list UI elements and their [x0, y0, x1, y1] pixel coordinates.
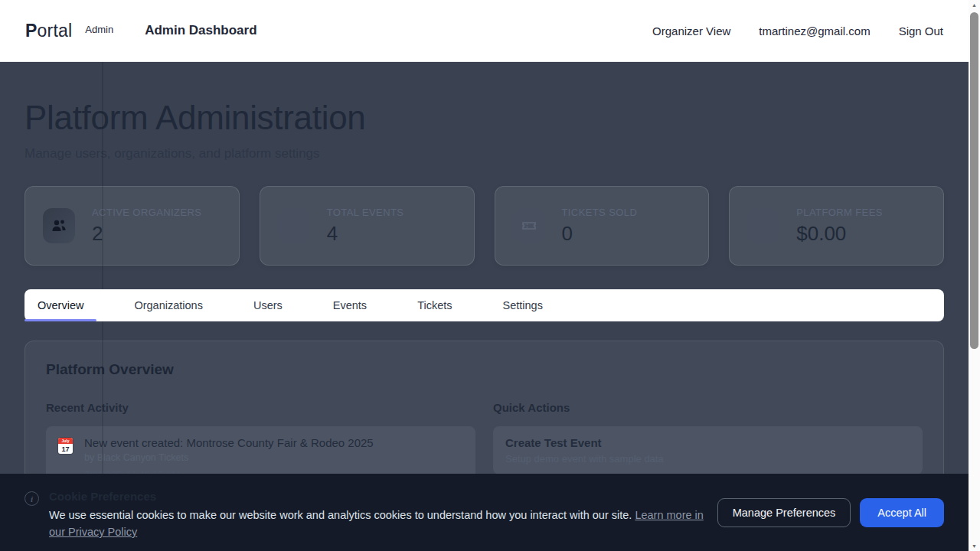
tab-settings[interactable]: Settings — [490, 289, 556, 321]
stat-label: TOTAL EVENTS — [327, 207, 404, 218]
calendar-icon: July 17 — [58, 438, 73, 454]
tab-events[interactable]: Events — [320, 289, 380, 321]
stat-label: TICKETS SOLD — [562, 207, 638, 218]
blank-tile-icon — [278, 208, 310, 243]
stat-card-active-organizers: ACTIVE ORGANIZERS 2 — [24, 186, 240, 266]
activity-byline: by Black Canyon Tickets — [84, 452, 374, 463]
create-test-event-action[interactable]: Create Test Event Setup demo event with … — [493, 426, 923, 474]
stat-card-tickets-sold: TICKETS SOLD 0 — [495, 186, 710, 266]
people-group-icon — [43, 208, 75, 243]
recent-activity-heading: Recent Activity — [46, 401, 475, 414]
top-header: Portal Admin Admin Dashboard Organizer V… — [0, 0, 969, 62]
activity-title: New event created: Montrose County Fair … — [84, 436, 374, 449]
page: Portal Admin Admin Dashboard Organizer V… — [0, 0, 969, 551]
hero-subtitle: Manage users, organizations, and platfor… — [24, 146, 944, 161]
hero-title: Platform Administration — [24, 99, 944, 137]
cookie-consent-banner: i Cookie Preferences We use essential co… — [0, 474, 969, 551]
scroll-down-arrow-icon[interactable]: ▼ — [969, 543, 980, 549]
quick-actions-heading: Quick Actions — [493, 401, 923, 414]
stats-row: ACTIVE ORGANIZERS 2 TOTAL EVENTS 4 — [24, 186, 944, 266]
scrollbar-thumb[interactable] — [970, 12, 978, 349]
cookie-banner-heading: Cookie Preferences — [49, 490, 717, 503]
portal-logo[interactable]: Portal — [25, 21, 72, 41]
stat-value: 0 — [562, 222, 638, 246]
organizer-view-link[interactable]: Organizer View — [652, 24, 730, 37]
stat-value: 4 — [327, 222, 404, 246]
panel-title: Platform Overview — [46, 361, 923, 378]
action-title: Create Test Event — [505, 436, 910, 449]
cookie-message-text: We use essential cookies to make our web… — [49, 509, 632, 521]
scroll-up-arrow-icon[interactable]: ▲ — [969, 2, 980, 8]
tab-overview[interactable]: Overview — [24, 289, 96, 321]
manage-preferences-button[interactable]: Manage Preferences — [717, 498, 851, 527]
vertical-scrollbar[interactable]: ▲ ▼ — [969, 0, 980, 551]
ticket-icon — [513, 208, 545, 243]
stat-label: ACTIVE ORGANIZERS — [92, 207, 201, 218]
accept-all-button[interactable]: Accept All — [860, 498, 944, 527]
tab-tickets[interactable]: Tickets — [404, 289, 465, 321]
admin-tab-strip: Overview Organizations Users Events Tick… — [24, 289, 944, 321]
stat-card-platform-fees: PLATFORM FEES $0.00 — [729, 186, 944, 266]
page-title: Admin Dashboard — [145, 23, 256, 38]
action-subtitle: Setup demo event with sample data — [505, 453, 910, 465]
tab-organizations[interactable]: Organizations — [121, 289, 215, 321]
stat-label: PLATFORM FEES — [796, 207, 883, 218]
tab-users[interactable]: Users — [240, 289, 296, 321]
account-email: tmartinez@gmail.com — [759, 24, 870, 37]
stat-value: 2 — [92, 222, 201, 246]
header-nav: Organizer View tmartinez@gmail.com Sign … — [652, 24, 943, 37]
admin-badge: Admin — [85, 24, 113, 35]
stat-card-total-events: TOTAL EVENTS 4 — [260, 186, 475, 266]
cookie-banner-message: We use essential cookies to make our web… — [49, 507, 717, 540]
blank-tile-icon — [747, 208, 779, 243]
stat-value: $0.00 — [796, 222, 883, 246]
sign-out-link[interactable]: Sign Out — [899, 24, 943, 37]
info-icon: i — [24, 491, 39, 506]
